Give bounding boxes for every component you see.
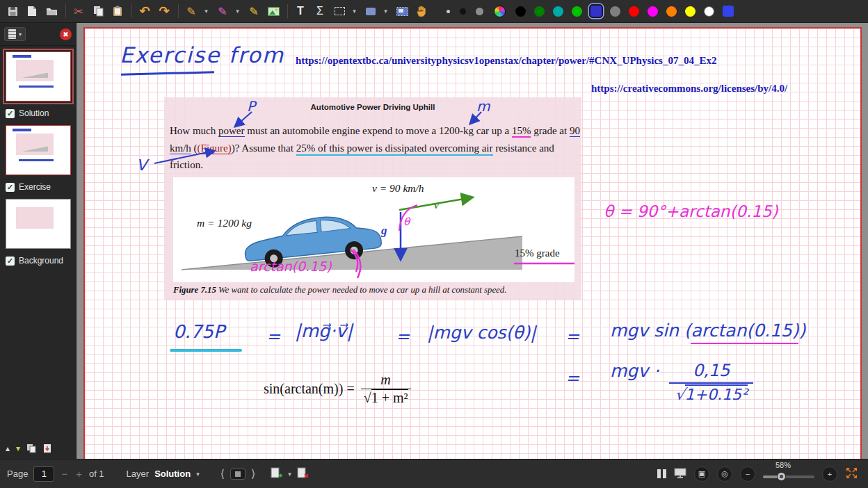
paired-pages-button[interactable] bbox=[657, 469, 666, 478]
layer-up-button[interactable]: ▴ bbox=[6, 444, 10, 453]
page-increment-button[interactable]: + bbox=[74, 468, 83, 480]
cut-button[interactable]: ✂ bbox=[70, 2, 88, 20]
layer-label: Solution bbox=[19, 108, 49, 118]
color-blue-button[interactable] bbox=[590, 6, 602, 17]
zoom-fit-button[interactable]: ▣ bbox=[694, 466, 709, 482]
checkbox-checked-icon[interactable]: ✓ bbox=[6, 109, 15, 118]
checkbox-checked-icon[interactable]: ✓ bbox=[6, 257, 15, 266]
color-black-button[interactable] bbox=[515, 6, 526, 17]
layer-toggle-background[interactable]: ✓ Background bbox=[0, 252, 76, 267]
open-file-button[interactable] bbox=[42, 2, 61, 20]
scissors-icon: ✂ bbox=[74, 5, 83, 18]
layer-box-icon bbox=[235, 471, 241, 477]
layer-toggle-solution[interactable]: ✓ Solution bbox=[0, 104, 76, 120]
thickness-fine-button[interactable] bbox=[447, 10, 450, 13]
color-yellow-button[interactable] bbox=[685, 6, 696, 17]
math-tex-button[interactable]: Σ bbox=[311, 2, 329, 20]
color-gray-button[interactable] bbox=[610, 6, 620, 17]
redo-button[interactable]: ↷ bbox=[155, 2, 173, 20]
marker-icon: ✎ bbox=[249, 5, 258, 18]
color-picker-button[interactable] bbox=[494, 6, 506, 17]
save-button[interactable] bbox=[3, 2, 22, 20]
color-teal-button[interactable] bbox=[553, 6, 563, 17]
delete-layer-icon bbox=[297, 467, 309, 479]
layer-down-button[interactable]: ▾ bbox=[16, 444, 20, 453]
color-white-button[interactable] bbox=[704, 6, 714, 17]
delete-layer-button[interactable] bbox=[297, 467, 309, 481]
canvas-area[interactable]: Exercise from https://opentextbc.ca/univ… bbox=[77, 23, 868, 459]
paste-button[interactable] bbox=[108, 2, 127, 20]
sidebar-close-button[interactable]: ✖ bbox=[60, 29, 72, 40]
color-green-button[interactable] bbox=[572, 6, 582, 17]
license-link[interactable]: https://creativecommons.org/licenses/by/… bbox=[591, 83, 787, 95]
hand-tool-button[interactable] bbox=[412, 2, 431, 20]
page-number-input[interactable]: 1 bbox=[33, 466, 54, 482]
color-red-button[interactable] bbox=[629, 6, 639, 17]
thickness-thick-button[interactable] bbox=[476, 8, 483, 15]
zoom-original-button[interactable]: ◎ bbox=[717, 466, 732, 482]
layer-thumbnail-exercise[interactable] bbox=[4, 197, 72, 250]
chevron-down-icon[interactable]: ▾ bbox=[196, 471, 200, 478]
color-dark-green-button[interactable] bbox=[534, 6, 545, 17]
final-expression: mgv · 0,15 √1+0.15² bbox=[610, 361, 753, 403]
g-vector-label: g⃗ bbox=[380, 224, 396, 237]
checkbox-checked-icon[interactable]: ✓ bbox=[6, 183, 15, 192]
copy-button[interactable] bbox=[89, 2, 107, 20]
pen-tool-button[interactable]: ✎ bbox=[182, 2, 200, 20]
underlined-dissipation: 25% of this power is dissipated overcomi… bbox=[296, 143, 493, 156]
color-magenta-button[interactable] bbox=[648, 6, 658, 17]
tex-fraction: m √1 + m² bbox=[361, 372, 411, 406]
shape-tool-button[interactable] bbox=[362, 2, 380, 20]
grade-label: 15% grade bbox=[515, 247, 560, 259]
figure-reference-link[interactable]: (Figure) bbox=[198, 143, 232, 154]
thumb-stroke bbox=[19, 159, 54, 161]
add-layer-button[interactable] bbox=[271, 467, 282, 481]
folder-icon bbox=[46, 6, 58, 16]
shape-options-chevron[interactable]: ▾ bbox=[381, 2, 390, 20]
equals-sign: = bbox=[396, 327, 410, 346]
page-label: Page bbox=[7, 469, 28, 479]
highlighter-options-chevron[interactable]: ▾ bbox=[233, 2, 242, 20]
text-tool-button[interactable]: T bbox=[291, 2, 310, 20]
zoom-in-button[interactable]: + bbox=[822, 466, 837, 482]
thumb-stroke bbox=[13, 129, 32, 131]
zoom-out-button[interactable]: − bbox=[740, 466, 755, 482]
undo-button[interactable]: ↶ bbox=[136, 2, 154, 20]
zoom-slider-handle[interactable] bbox=[777, 472, 786, 481]
layer-selector[interactable]: Solution bbox=[154, 469, 191, 479]
page-thumbnail[interactable] bbox=[4, 50, 72, 103]
thickness-medium-button[interactable] bbox=[460, 8, 466, 15]
sidebar-view-button[interactable]: ▾ bbox=[4, 27, 26, 41]
merge-layer-button[interactable] bbox=[42, 444, 52, 453]
document-page[interactable]: Exercise from https://opentextbc.ca/univ… bbox=[83, 27, 862, 459]
layer-toggle-exercise[interactable]: ✓ Exercise bbox=[0, 178, 76, 193]
insert-image-button[interactable] bbox=[264, 2, 282, 20]
page-decrement-button[interactable]: − bbox=[60, 468, 69, 480]
duplicate-layer-button[interactable] bbox=[26, 444, 36, 453]
save-icon bbox=[8, 6, 18, 17]
color-royal-blue-button[interactable] bbox=[723, 6, 734, 17]
source-link[interactable]: https://opentextbc.ca/universityphysicsv… bbox=[296, 55, 716, 67]
layer-sidebar: ▾ ✖ ✓ Solution bbox=[0, 23, 77, 459]
velocity-pointer-letter: V bbox=[136, 156, 147, 174]
add-layer-options-chevron[interactable]: ▾ bbox=[288, 471, 291, 478]
thumb-stroke bbox=[19, 86, 54, 88]
final-fraction: 0,15 √1+0.15² bbox=[669, 361, 753, 403]
zoom-fit-icon: ▣ bbox=[698, 469, 705, 478]
screenshot-tool-button[interactable] bbox=[393, 2, 411, 20]
layer-thumbnail-solution[interactable] bbox=[4, 124, 72, 177]
select-options-chevron[interactable]: ▾ bbox=[350, 2, 359, 20]
marker-tool-button[interactable]: ✎ bbox=[245, 2, 263, 20]
color-orange-button[interactable] bbox=[666, 6, 677, 17]
next-layer-button[interactable]: ⟩ bbox=[251, 467, 255, 480]
highlighter-tool-button[interactable]: ✎ bbox=[214, 2, 232, 20]
presentation-mode-button[interactable] bbox=[674, 468, 686, 480]
active-layer-indicator[interactable] bbox=[230, 469, 246, 480]
prev-layer-button[interactable]: ⟨ bbox=[220, 467, 225, 480]
pen-options-chevron[interactable]: ▾ bbox=[202, 2, 211, 20]
select-rect-button[interactable] bbox=[330, 2, 348, 20]
new-document-button[interactable] bbox=[23, 2, 41, 20]
sidebar-bottom-toolbar: ▴ ▾ bbox=[0, 441, 76, 459]
theta-label: θ bbox=[403, 215, 411, 228]
fullscreen-button[interactable] bbox=[845, 466, 858, 482]
